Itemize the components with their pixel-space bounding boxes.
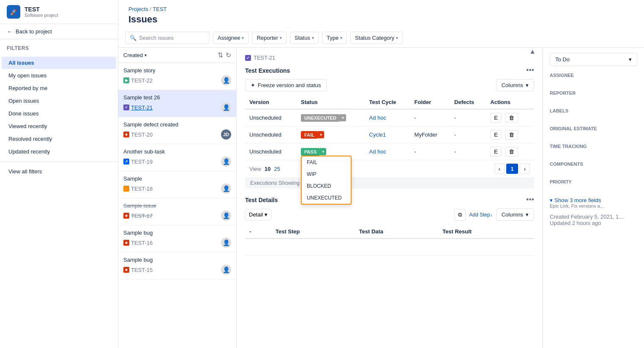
list-item[interactable]: Sample defect created ■ TEST-20 JD	[118, 117, 236, 144]
issue-id-label: TEST-21	[254, 55, 275, 61]
assignee-field: Assignee	[550, 73, 637, 85]
filters-section: Filters	[0, 39, 118, 56]
show-more-chevron-icon: ▾	[550, 197, 553, 203]
list-item[interactable]: Another sub-task ↗ TEST-19 👤	[118, 144, 236, 171]
page-size-10[interactable]: 10	[265, 166, 270, 172]
refresh-icon[interactable]: ↻	[226, 51, 231, 59]
delete-btn[interactable]: 🗑	[505, 147, 518, 156]
breadcrumb-projects[interactable]: Projects	[128, 6, 148, 12]
improvement-icon: ↑	[123, 186, 129, 192]
filters-title: Filters	[7, 45, 111, 51]
components-label: Components	[550, 162, 637, 167]
dropdown-item-unexecuted[interactable]: UNEXECUTED	[302, 192, 351, 204]
avatar: JD	[221, 129, 231, 140]
avatar: 👤	[221, 102, 231, 112]
sidebar-item-resolved-recently[interactable]: Resolved recently	[2, 133, 116, 145]
sidebar-item-open-issues[interactable]: Open issues	[2, 95, 116, 107]
sidebar-item-viewed-recently[interactable]: Viewed recently	[2, 120, 116, 132]
status-filter-btn[interactable]: Status ▾	[290, 32, 319, 44]
view-all-filters-link[interactable]: View all filters	[0, 165, 118, 178]
search-box[interactable]: 🔍 Search issues	[125, 32, 210, 44]
status-dropdown-toggle[interactable]: ▾	[340, 114, 346, 121]
list-item[interactable]: Sample bug ■ TEST-16 👤	[118, 225, 236, 252]
issue-id-text: TEST-15	[131, 267, 153, 273]
status-category-filter-btn[interactable]: Status Category ▾	[350, 32, 403, 44]
sidebar-item-my-open-issues[interactable]: My open issues	[2, 69, 116, 82]
project-type: Software project	[25, 13, 58, 18]
sidebar-item-reported-by-me[interactable]: Reported by me	[2, 82, 116, 94]
issue-id-badge: ✓ TEST-21	[123, 104, 153, 111]
dropdown-item-blocked[interactable]: BLOCKED	[302, 180, 351, 192]
metadata: Created February 5, 2021, 1... Updated 2…	[550, 214, 637, 226]
issue-list: Created ▾ ⇅ ↻ Sample story ▶ TEST-22	[118, 48, 237, 348]
test-executions-more-btn[interactable]: •••	[526, 66, 534, 75]
view-label: View	[249, 166, 261, 172]
issue-id-text: TEST-17	[131, 213, 153, 219]
detail-select[interactable]: Detail ▾	[245, 209, 271, 220]
dropdown-item-fail[interactable]: FAIL	[302, 156, 351, 168]
col-status: Status	[297, 96, 365, 109]
edit-btn[interactable]: E	[490, 147, 502, 156]
row-version: Unscheduled	[245, 109, 297, 126]
delete-btn[interactable]: 🗑	[505, 113, 518, 123]
back-to-project-btn[interactable]: ← Back to project	[0, 24, 118, 39]
sidebar-item-all-issues[interactable]: All issues	[2, 57, 116, 69]
breadcrumb-project[interactable]: TEST	[153, 6, 166, 12]
page-prev-btn[interactable]: ‹	[494, 164, 505, 174]
status-filter-label: Status	[295, 35, 310, 41]
avatar: 👤	[221, 184, 231, 194]
edit-btn[interactable]: E	[490, 113, 502, 123]
col-version: Version	[245, 96, 297, 109]
reporter-filter-btn[interactable]: Reporter ▾	[252, 32, 287, 44]
columns-btn[interactable]: Columns ▾	[496, 79, 534, 91]
show-more-fields-btn[interactable]: ▾ Show 3 more fields	[550, 197, 637, 203]
status-dropdown-toggle[interactable]: ▾	[318, 131, 324, 138]
sidebar: 🚀 TEST Software project ← Back to projec…	[0, 0, 118, 348]
page-number: 1	[506, 164, 518, 174]
avatar: 👤	[221, 211, 231, 221]
search-input[interactable]: Search issues	[139, 35, 205, 41]
sidebar-item-updated-recently[interactable]: Updated recently	[2, 145, 116, 158]
page-title: Issues	[128, 14, 634, 25]
status-dropdown-popup: FAIL WIP BLOCKED UNEXECUTED	[301, 156, 352, 205]
test-details-columns-btn[interactable]: Columns ▾	[496, 208, 534, 221]
cycle-link[interactable]: Ad hoc	[369, 148, 386, 155]
sort-button[interactable]: Created ▾	[123, 52, 147, 58]
status-dropdown-toggle[interactable]: ▾	[320, 148, 326, 155]
page-size-25[interactable]: 25	[274, 166, 280, 172]
test-details-more-btn[interactable]: •••	[526, 195, 534, 204]
col-test-data: Test Data	[355, 225, 439, 238]
reporter-field: Reporter	[550, 90, 637, 103]
table-row: Unscheduled PASS ▾ FAIL	[245, 143, 534, 160]
assignee-label: Assignee	[550, 73, 637, 78]
type-filter-btn[interactable]: Type ▾	[322, 32, 347, 44]
add-step-btn[interactable]: Add Step↓	[469, 212, 492, 218]
freeze-btn[interactable]: ✦ Freeze version and status	[245, 79, 327, 91]
scroll-up-btn[interactable]: ▲	[529, 48, 536, 55]
sidebar-divider	[0, 162, 118, 162]
list-item[interactable]: Sample bug ■ TEST-15 👤	[118, 252, 236, 279]
assignee-filter-btn[interactable]: Assignee ▾	[213, 32, 248, 44]
cycle-link[interactable]: Ad hoc	[369, 115, 386, 121]
delete-btn[interactable]: 🗑	[505, 130, 518, 140]
edit-btn[interactable]: E	[490, 130, 502, 140]
status-select-btn[interactable]: To Do ▾	[550, 53, 637, 66]
list-item[interactable]: Sample story ▶ TEST-22 👤	[118, 63, 236, 90]
assignee-chevron-icon: ▾	[242, 36, 244, 40]
filter-icon[interactable]: ⇅	[218, 51, 223, 59]
logo-icon: 🚀	[10, 9, 17, 15]
issue-title: Sample bug	[123, 230, 231, 236]
time-tracking-value	[550, 150, 637, 156]
page-next-btn[interactable]: ›	[520, 164, 530, 174]
detail-panel: ▲ ✓ TEST-21 Test Executions ••• ✦	[237, 48, 543, 348]
labels-label: Labels	[550, 108, 637, 113]
issue-id-text: TEST-18	[131, 186, 153, 192]
cycle-link[interactable]: Cycle1	[369, 132, 386, 138]
copy-btn[interactable]: ⧉	[454, 209, 466, 221]
list-item[interactable]: Sample ↑ TEST-18 👤	[118, 171, 236, 198]
list-item[interactable]: Sample test 26 ✓ TEST-21 👤	[118, 90, 236, 117]
sidebar-item-done-issues[interactable]: Done issues	[2, 107, 116, 120]
bug-icon: ■	[123, 267, 129, 273]
dropdown-item-wip[interactable]: WIP	[302, 168, 351, 180]
list-item[interactable]: Sample issue ■ TEST-17 👤	[118, 198, 236, 225]
